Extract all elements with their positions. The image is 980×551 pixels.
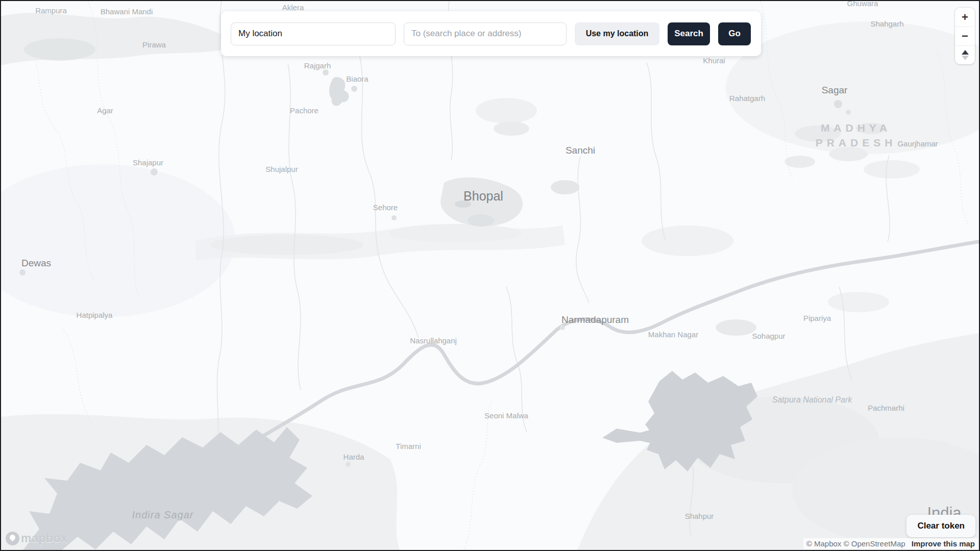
compass-icon: [962, 50, 969, 60]
mapbox-wordmark: mapbox: [21, 532, 67, 545]
improve-this-map-link[interactable]: Improve this map: [912, 539, 975, 548]
go-button[interactable]: Go: [718, 22, 751, 45]
map-navigation-control: + −: [955, 8, 975, 64]
mapbox-logo[interactable]: mapbox: [6, 532, 67, 545]
route-search-panel: Use my location Search Go: [221, 11, 761, 56]
search-button[interactable]: Search: [668, 22, 710, 45]
clear-token-button[interactable]: Clear token: [906, 515, 975, 537]
to-input[interactable]: [404, 22, 567, 45]
zoom-out-button[interactable]: −: [955, 27, 975, 45]
map-canvas[interactable]: [1, 1, 980, 551]
attribution-mapbox-link[interactable]: © Mapbox: [806, 539, 842, 548]
app-viewport: RampuraBhawani MandiGhuwaraAkleraPirawaS…: [0, 0, 980, 551]
compass-button[interactable]: [955, 45, 975, 64]
attribution-osm-link[interactable]: © OpenStreetMap: [844, 539, 905, 548]
from-input[interactable]: [231, 22, 396, 45]
zoom-in-button[interactable]: +: [955, 8, 975, 27]
map-attribution: © Mapbox © OpenStreetMap Improve this ma…: [803, 538, 978, 549]
use-my-location-button[interactable]: Use my location: [575, 22, 659, 45]
mapbox-pin-icon: [6, 532, 19, 545]
